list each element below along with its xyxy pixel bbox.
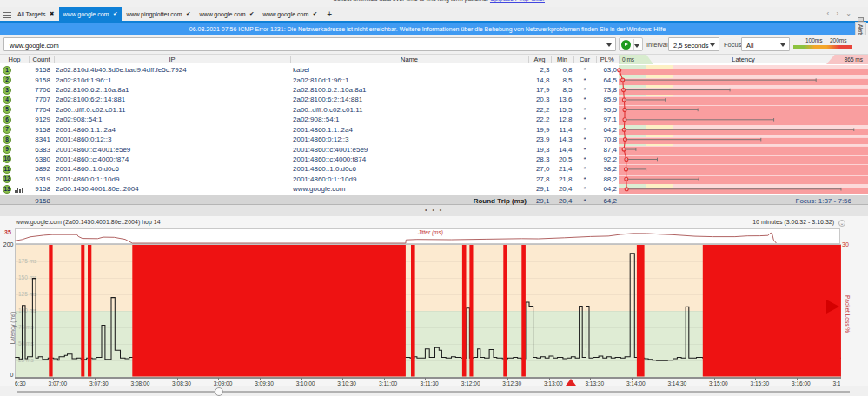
cell-count: 9158	[26, 126, 50, 134]
tab-check-icon[interactable]: ✔	[186, 10, 190, 17]
table-row-hop-5[interactable]: 577042a00::dfff:0:c02:c01:112a00::dfff:0…	[0, 105, 868, 115]
timescale-dropdown-icon[interactable]: ⌄	[838, 220, 845, 227]
footer-avg: 29,1	[528, 197, 550, 205]
cell-pl: 64,2	[596, 185, 617, 193]
column-header-min[interactable]: Min	[551, 56, 573, 63]
gridline-label-175: 175 ms	[18, 258, 36, 264]
latency-graph-cell	[619, 144, 868, 154]
hop-number-badge: 7	[3, 125, 11, 134]
column-header-count[interactable]: Count	[29, 56, 54, 63]
interval-select[interactable]: 2,5 seconds	[668, 37, 719, 51]
tab-check-icon[interactable]: ✔	[113, 10, 117, 17]
packet-loss-fill	[619, 137, 868, 144]
cell-min: 20,4	[551, 185, 573, 193]
slider-track[interactable]	[17, 391, 850, 393]
tab-www-google-com[interactable]: www.google.com✔	[195, 7, 259, 21]
focus-time-marker[interactable]	[566, 379, 576, 386]
new-tab-button[interactable]: +	[321, 7, 337, 21]
cell-min: 20,5	[551, 155, 573, 163]
column-header-avg[interactable]: Avg	[528, 56, 551, 63]
table-row-hop-1[interactable]: 191582a02:810d:4b40:3d0e:bad9:4dff:fe5c:…	[0, 65, 868, 75]
table-row-hop-13[interactable]: 1391582a00:1450:4001:80e::2004www.google…	[0, 184, 868, 194]
column-header-pl[interactable]: PL%	[596, 56, 619, 63]
cell-name: 2a00::dfff:0:c02:c01:11	[293, 106, 363, 114]
tab-www-google-com[interactable]: www.google.com✔	[258, 7, 321, 21]
cell-avg: 17,9	[528, 86, 550, 94]
focus-select[interactable]: All	[741, 37, 790, 51]
cell-avg: 2,3	[528, 66, 550, 74]
interval-value: 2,5 seconds	[673, 42, 708, 50]
target-address-value: www.google.com	[10, 42, 59, 50]
tab-check-icon[interactable]: ✔	[313, 10, 317, 17]
target-dropdown-icon[interactable]	[606, 43, 612, 47]
table-header: HopCountIPNameAvgMinCurPL%Latency0 ms865…	[0, 54, 868, 63]
timeline-title-bar: www.google.com (2a00:1450:4001:80e::2004…	[0, 216, 868, 228]
play-icon[interactable]	[621, 40, 631, 50]
slider-knob[interactable]	[215, 387, 223, 396]
table-row-hop-8[interactable]: 883412001:4860:0:12::32001:4860:0:12::32…	[0, 135, 868, 144]
tab-www-google-com[interactable]: www.google.com✔	[59, 7, 123, 21]
table-row-hop-3[interactable]: 377062a02:8100:6:2::10a:8a12a02:8100:6:2…	[0, 85, 868, 95]
table-row-hop-12[interactable]: 1263192001:4860:0:1::10d92001:4860:0:1::…	[0, 175, 868, 184]
column-header-ip[interactable]: IP	[54, 56, 290, 63]
table-row-hop-6[interactable]: 691292a02:908::54:12a02:908::54:122,212,…	[0, 115, 868, 124]
cell-name: 2001:4860::c:4001:e5e9	[293, 146, 368, 154]
cell-pl: 95,5	[596, 106, 617, 114]
column-header-cur[interactable]: Cur	[573, 56, 596, 63]
interval-dropdown-icon[interactable]	[710, 43, 715, 47]
cell-count: 6319	[26, 175, 50, 183]
table-row-hop-10[interactable]: 1063802001:4860::c:4000:f8742001:4860::c…	[0, 155, 868, 164]
cell-avg: 23,9	[528, 135, 550, 143]
tab-all-targets[interactable]: All Targets✖	[13, 7, 59, 21]
cell-ip: 2001:4860::1:0:d0c6	[56, 165, 119, 173]
column-header-hop[interactable]: Hop	[0, 56, 29, 63]
table-row-hop-9[interactable]: 963832001:4860::c:4001:e5e92001:4860::c:…	[0, 144, 868, 154]
play-options-dropdown-icon[interactable]	[634, 44, 639, 48]
timeline-timescale[interactable]: 10 minutes (3:06:32 - 3:16:32)	[752, 219, 834, 225]
latency-graph-cell	[619, 115, 868, 124]
legend-200ms-label: 200ms	[830, 37, 847, 43]
table-row-hop-4[interactable]: 477072a02:8100:6:2::14:8812a02:8100:6:2:…	[0, 95, 868, 104]
table-row-hop-2[interactable]: 291582a02:810d:1:96::12a02:810d:1:96::11…	[0, 75, 868, 84]
start-trace-button[interactable]	[619, 37, 643, 51]
cell-count: 9158	[26, 185, 50, 193]
cell-name: 2a02:8100:6:2::14:881	[293, 96, 362, 103]
latency-graph-cell	[619, 125, 868, 135]
hop-number-badge: 13	[3, 185, 11, 194]
tab-close-icon[interactable]: ✖	[50, 10, 54, 17]
focus-dropdown-icon[interactable]	[780, 43, 785, 47]
latency-plot[interactable]: 25 ms50 ms75 ms100 ms125 ms150 ms175 ms …	[15, 244, 841, 377]
target-address-input[interactable]: www.google.com	[3, 37, 616, 51]
cell-ip: 2001:4860:1:1::2a4	[56, 126, 116, 134]
y-max-label: 200	[3, 241, 14, 248]
footer-pl: 64,2	[596, 197, 617, 205]
tab-www-pingplotter-com[interactable]: www.pingplotter.com✔	[122, 7, 195, 21]
cell-count: 7704	[26, 106, 50, 114]
pane-splitter[interactable]: • • •	[0, 205, 868, 216]
cell-cur: *	[573, 146, 596, 154]
cell-name: 2001:4860:0:12::3	[293, 135, 349, 143]
table-row-hop-11[interactable]: 1158922001:4860::1:0:d0c62001:4860::1:0:…	[0, 164, 868, 174]
cell-min: 12,8	[551, 116, 573, 123]
latency-scale-min-label: 0 ms	[622, 56, 634, 63]
cell-pl: 70,8	[596, 135, 617, 143]
jitter-axis-label: Jitter (ms)	[418, 229, 443, 235]
column-header-latency[interactable]: Latency	[619, 56, 868, 63]
cell-pl: 92,2	[596, 155, 617, 163]
table-row-hop-7[interactable]: 791582001:4860:1:1::2a42001:4860:1:1::2a…	[0, 125, 868, 135]
cell-cur: *	[573, 135, 596, 143]
cell-ip: 2a02:810d:4b40:3d0e:bad9:4dff:fe5c:7924	[56, 66, 187, 74]
cell-cur: *	[573, 86, 596, 94]
toolbar: www.google.com Interval 2,5 seconds Focu…	[0, 35, 868, 54]
cell-cur: *	[573, 116, 596, 123]
tab-check-icon[interactable]: ✔	[249, 10, 254, 17]
cell-cur: *	[573, 165, 596, 173]
cell-min: 0,8	[551, 66, 573, 74]
tab-scroll-icons[interactable]: ‹ › ⌄	[827, 10, 854, 17]
column-header-name[interactable]: Name	[290, 56, 528, 63]
upgrade-link[interactable]: Upgrade PingPlotter	[490, 0, 545, 2]
menu-icon[interactable]	[3, 10, 11, 17]
gridline-label-75: 75 ms	[18, 324, 34, 330]
packet-loss-fill	[619, 129, 868, 135]
cell-name: 2a02:908::54:1	[293, 116, 339, 123]
